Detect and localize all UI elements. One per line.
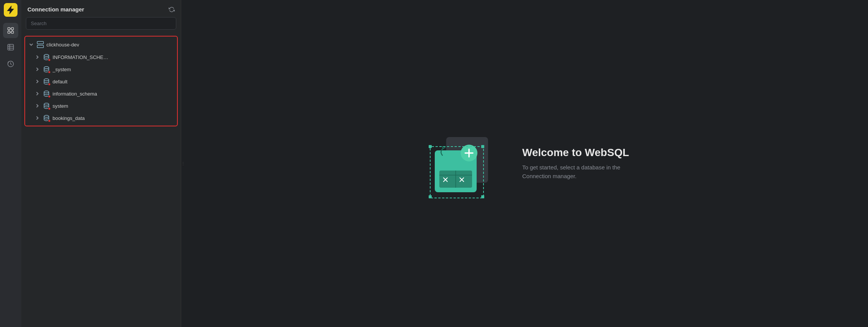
svg-rect-36 — [429, 145, 432, 148]
resize-handle[interactable]: ⋮ — [181, 0, 184, 327]
svg-rect-13 — [37, 41, 44, 44]
db-label-4: information_schema — [53, 91, 174, 97]
nav-connections[interactable] — [3, 23, 18, 38]
db-label-1: INFORMATION_SCHE… — [53, 54, 174, 60]
status-dot — [48, 95, 51, 98]
nav-tables[interactable] — [3, 40, 18, 55]
chevron-down-icon — [28, 41, 34, 48]
database-icon — [43, 78, 50, 85]
db-label-3: default — [53, 79, 174, 85]
connection-name: clickhouse-dev — [46, 42, 174, 48]
search-input[interactable] — [26, 17, 176, 30]
tree-node-db2[interactable]: _system — [25, 63, 177, 75]
sidebar: Connection manager — [21, 0, 181, 327]
nav-history[interactable] — [3, 56, 18, 72]
svg-point-18 — [44, 67, 49, 69]
app-logo[interactable] — [4, 3, 18, 17]
tree-node-db4[interactable]: information_schema — [25, 88, 177, 100]
welcome-illustration — [423, 126, 499, 202]
welcome-text: Welcome to WebSQL To get started, select… — [522, 147, 629, 180]
chevron-right-icon — [34, 54, 40, 60]
tree-group-clickhouse: clickhouse-dev — [24, 36, 178, 126]
connection-tree: clickhouse-dev — [21, 34, 181, 327]
svg-point-17 — [44, 54, 49, 56]
database-icon — [43, 102, 50, 110]
status-dot — [48, 71, 51, 73]
status-dot — [48, 83, 51, 86]
status-dot — [48, 107, 51, 110]
sidebar-header: Connection manager — [21, 0, 181, 17]
welcome-area: Welcome to WebSQL To get started, select… — [423, 126, 629, 202]
chevron-right-icon — [34, 115, 40, 121]
tree-node-connection[interactable]: clickhouse-dev — [25, 38, 177, 51]
svg-rect-2 — [8, 31, 10, 33]
sidebar-title: Connection manager — [27, 6, 84, 13]
main-content: Welcome to WebSQL To get started, select… — [184, 0, 868, 327]
svg-point-22 — [44, 115, 49, 117]
status-dot — [48, 59, 51, 61]
icon-bar — [0, 0, 21, 327]
chevron-right-icon — [34, 91, 40, 97]
status-dot — [48, 120, 51, 122]
chevron-right-icon — [34, 66, 40, 72]
database-icon — [43, 65, 50, 73]
server-icon — [37, 41, 44, 48]
chevron-right-icon — [34, 78, 40, 85]
resize-dots: ⋮ — [181, 161, 184, 166]
svg-point-20 — [44, 91, 49, 93]
refresh-button[interactable] — [169, 6, 175, 13]
tree-node-db3[interactable]: default — [25, 75, 177, 88]
welcome-description: To get started, select a database in the… — [522, 163, 621, 180]
svg-rect-8 — [8, 45, 14, 50]
database-icon — [43, 90, 50, 97]
welcome-title: Welcome to WebSQL — [522, 147, 629, 159]
search-container — [26, 17, 176, 30]
chevron-right-icon — [34, 103, 40, 109]
database-icon — [43, 53, 50, 61]
svg-rect-14 — [37, 45, 44, 48]
svg-point-21 — [44, 103, 49, 105]
svg-rect-38 — [429, 195, 432, 198]
svg-rect-37 — [481, 145, 484, 148]
tree-node-db6[interactable]: bookings_data — [25, 112, 177, 124]
svg-rect-0 — [8, 28, 10, 30]
tree-node-db5[interactable]: system — [25, 100, 177, 112]
svg-rect-3 — [11, 31, 14, 33]
database-icon — [43, 114, 50, 122]
database-list: INFORMATION_SCHE… — [25, 51, 177, 124]
db-label-5: system — [53, 103, 174, 109]
db-label-2: _system — [53, 67, 174, 72]
svg-rect-39 — [481, 195, 484, 198]
svg-point-19 — [44, 79, 49, 81]
db-label-6: bookings_data — [53, 115, 174, 121]
tree-node-db1[interactable]: INFORMATION_SCHE… — [25, 51, 177, 63]
svg-rect-1 — [11, 28, 14, 30]
